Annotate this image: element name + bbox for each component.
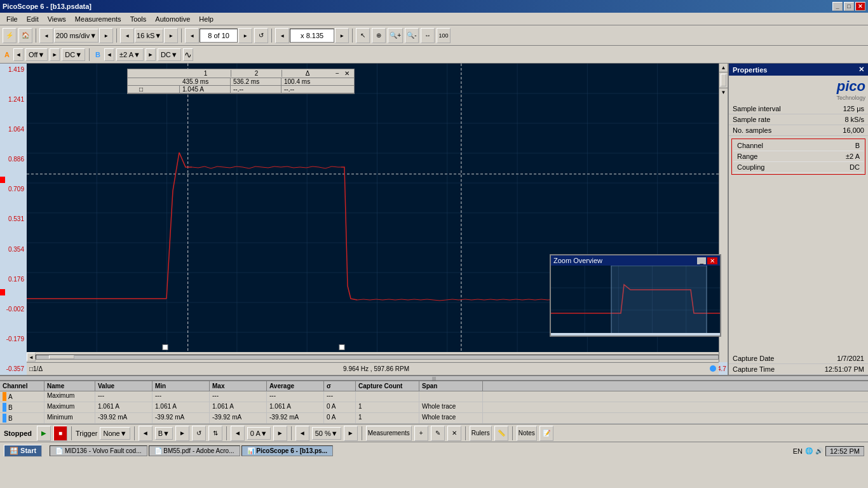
measurements-btn[interactable]: Measurements	[366, 426, 412, 441]
zoom-minimize-btn[interactable]: _	[697, 257, 706, 264]
xscale-prev[interactable]	[275, 28, 289, 43]
trigger-mode-dropdown[interactable]: None ▼	[100, 427, 130, 440]
zoom-inner[interactable]	[551, 266, 720, 333]
timebase-dropdown[interactable]: 200 ms/div ▼	[54, 29, 98, 43]
channel-a-next[interactable]: ►	[50, 48, 60, 61]
prop-no-samples: No. samples 16,000	[729, 125, 868, 136]
channel-a-mode[interactable]: DC ▼	[62, 48, 85, 61]
notes-btn[interactable]: Notes	[517, 426, 537, 441]
zoom-fit-btn[interactable]: ↔	[421, 28, 435, 43]
vscroll-thumb[interactable]	[721, 74, 726, 86]
meas-edit-btn[interactable]: ✎	[431, 426, 445, 441]
ch-a-color-bar	[3, 392, 6, 401]
properties-close-btn[interactable]: ✕	[858, 65, 864, 74]
system-tray: EN 🌐 🔊 12:52 PM	[793, 446, 864, 456]
xscale-next[interactable]	[335, 28, 349, 43]
clock: 12:52 PM	[825, 446, 864, 456]
timebase-prev[interactable]	[39, 28, 53, 43]
sep4	[271, 29, 272, 43]
scroll-thumb[interactable]	[49, 355, 74, 359]
stop-btn[interactable]: ■	[53, 426, 67, 441]
meas-delete-btn[interactable]: ✕	[447, 426, 461, 441]
play-btn[interactable]: ▶	[37, 426, 51, 441]
minimize-btn[interactable]: _	[832, 2, 843, 11]
channel-b-coupling[interactable]: DC ▼	[158, 48, 181, 61]
menu-edit[interactable]: Edit	[23, 15, 43, 24]
properties-panel: Properties ✕ pico Technology Sample inte…	[728, 64, 868, 375]
capture-refresh-btn[interactable]: ↺	[254, 28, 268, 43]
rulers-add-btn[interactable]: 📏	[494, 426, 508, 441]
menu-automotive[interactable]: Automotive	[151, 15, 194, 24]
cursor-minimize-btn[interactable]: −	[333, 70, 342, 77]
meas-cell-ch-b2: B	[0, 413, 44, 423]
timebase-next[interactable]	[99, 28, 113, 43]
taskbar-picoscope[interactable]: 📊 PicoScope 6 - [b13.ps...	[241, 445, 333, 456]
trigger-ch-prev[interactable]: ◄	[139, 426, 153, 441]
start-btn[interactable]: 🪟 Start	[4, 445, 42, 457]
channel-b-wave[interactable]: ∿	[183, 48, 193, 61]
cursor-close-btn[interactable]: ✕	[342, 70, 352, 77]
vscroll-up-btn[interactable]: ▲	[719, 64, 728, 72]
prop-sample-interval-label: Sample interval	[733, 105, 781, 112]
trigger-ch-dropdown[interactable]: B ▼	[155, 427, 173, 440]
menu-measurements[interactable]: Measurements	[71, 15, 125, 24]
pico-logo-area: pico Technology	[729, 76, 868, 104]
scroll-track[interactable]	[36, 355, 719, 360]
volt-next[interactable]: ►	[273, 426, 287, 441]
meas-ch-a-name: Maximum	[44, 391, 95, 402]
btm-sep5	[362, 426, 362, 440]
taskbar: 🪟 Start 📄 MID136 - Volvo Fault cod... 📄 …	[0, 442, 868, 459]
capture-prev[interactable]	[185, 28, 199, 43]
zoom-next[interactable]: ►	[344, 426, 358, 441]
channel-a-prev[interactable]: ◄	[13, 48, 24, 61]
meas-add-btn[interactable]: +	[414, 426, 428, 441]
zoom-close-btn[interactable]: ✕	[707, 257, 717, 264]
zoom-in-btn[interactable]: 🔍+	[388, 28, 403, 43]
samples-prev[interactable]	[120, 28, 134, 43]
oscilloscope-area: 1.419 1.241 1.064 0.886 0.709 0.531 0.35…	[0, 64, 728, 375]
prop-sample-interval-value: 125 μs	[843, 105, 864, 112]
pico-logo-text: pico	[836, 78, 865, 95]
meas-b-max-span: Whole trace	[419, 402, 483, 412]
channel-b-range[interactable]: ±2 A ▼	[116, 48, 144, 61]
menu-file[interactable]: File	[3, 15, 22, 24]
btm-sep1	[71, 426, 72, 440]
measurements-table: Channel Name Value Min Max Average σ Cap…	[0, 380, 868, 424]
samples-next[interactable]	[164, 28, 178, 43]
volt-dropdown[interactable]: 0 A ▼	[247, 427, 271, 440]
vscroll-down-btn[interactable]: ▼	[719, 88, 728, 97]
trigger-reset-btn[interactable]: ↺	[192, 426, 206, 441]
home-btn[interactable]: 🏠	[18, 28, 32, 43]
taskbar-bm55[interactable]: 📄 BM55.pdf - Adobe Acro...	[149, 445, 240, 456]
scroll-left-btn[interactable]: ◄	[27, 353, 36, 362]
zoom-prev[interactable]: ◄	[295, 426, 309, 441]
maximize-btn[interactable]: □	[844, 2, 854, 11]
trigger-ch-next[interactable]: ►	[175, 426, 189, 441]
h-scrollbar[interactable]: ◄ ►	[27, 352, 728, 362]
close-btn[interactable]: ✕	[855, 2, 865, 11]
menu-views[interactable]: Views	[44, 15, 70, 24]
taskbar-mid136[interactable]: 📄 MID136 - Volvo Fault cod...	[50, 445, 147, 456]
menu-help[interactable]: Help	[195, 15, 217, 24]
autoset-btn[interactable]: ⚡	[3, 28, 17, 43]
cursor-btn[interactable]: ↖	[356, 28, 370, 43]
col-span: Span	[419, 381, 483, 391]
zoom-out-btn[interactable]: 🔍-	[405, 28, 419, 43]
lasso-btn[interactable]: ⊕	[372, 28, 386, 43]
channel-b-prev[interactable]: ◄	[104, 48, 114, 61]
vscroll-track[interactable]	[719, 74, 728, 86]
channel-a-coupling[interactable]: Off ▼	[25, 48, 48, 61]
samples-dropdown[interactable]: 16 kS ▼	[135, 29, 163, 43]
rulers-btn[interactable]: Rulers	[470, 426, 492, 441]
y-label-7: 0.176	[1, 276, 25, 283]
capture-next[interactable]	[238, 28, 252, 43]
language-indicator: EN	[793, 447, 803, 455]
zoom-dropdown[interactable]: 50 % ▼	[312, 427, 341, 440]
channel-b-next[interactable]: ►	[146, 48, 156, 61]
notes-add-btn[interactable]: 📝	[539, 426, 553, 441]
trigger-arrows-btn[interactable]: ⇅	[208, 426, 222, 441]
volt-prev[interactable]: ◄	[231, 426, 245, 441]
menu-tools[interactable]: Tools	[126, 15, 151, 24]
samples-nav: 16 kS ▼	[120, 28, 178, 43]
zoom-100-btn[interactable]: 100	[437, 28, 451, 43]
